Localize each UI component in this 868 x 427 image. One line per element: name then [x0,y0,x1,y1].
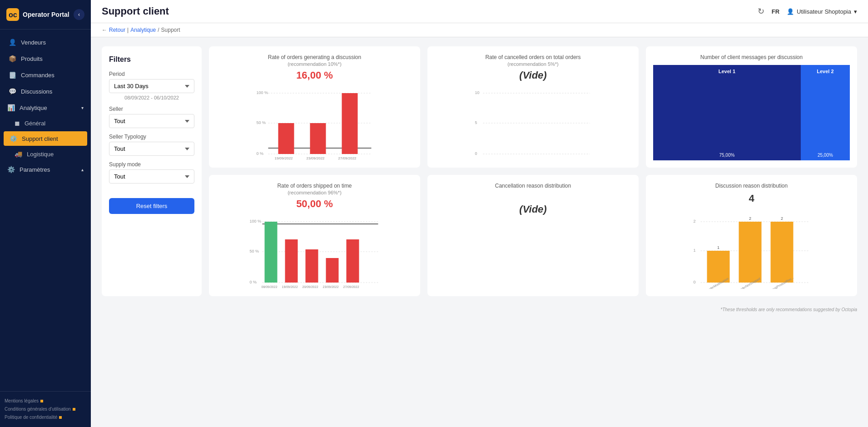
chart2-svg-wrap: 10 5 0 [435,88,631,160]
chart5-title: Cancellation reason distribution [435,182,631,190]
svg-rect-48 [771,222,794,283]
topbar-right: ↻ FR 👤 Utilisateur Shoptopia ▾ [758,6,857,16]
svg-text:08/09/2022: 08/09/2022 [262,285,278,288]
svg-text:0 %: 0 % [250,280,257,284]
main-content: Support client ↻ FR 👤 Utilisateur Shopto… [91,0,868,427]
sidebar-item-commandes[interactable]: 🗒️ Commandes [0,67,91,83]
footer-politique-link[interactable]: Politique de confidentialité [5,415,57,420]
general-icon: ◼ [15,119,20,127]
chart2-subtitle: (recommendation 5%*) [435,61,631,67]
chart-discussion-reason: Discussion reason distribution 4 2 1 0 1 [646,175,857,296]
sidebar: oc Operator Portal ‹ 👤 Vendeurs 📦 Produi… [0,0,91,427]
chart4-title: Rate of orders shipped on time [216,182,413,190]
chart6-svg: 2 1 0 1 2 2 [653,216,850,289]
truck-icon: 🚚 [15,150,22,158]
footnote: *These thresholds are only recommendatio… [209,307,857,312]
chart6-title: Discussion reason distribution [653,182,850,190]
chevron-analytique-icon: ▾ [81,105,84,110]
svg-text:27/09/2022: 27/09/2022 [343,285,359,288]
sidebar-item-vendeurs[interactable]: 👤 Vendeurs [0,34,91,50]
user-name: Utilisateur Shoptopia [797,8,851,15]
breadcrumb-analytique-link[interactable]: Analytique [130,27,156,33]
svg-text:2: 2 [781,216,783,221]
filter-panel: Filters Period Last 30 Days Last 7 Days … [102,46,202,296]
sidebar-item-parametres[interactable]: ⚙️ Paramètres ▴ [0,161,91,178]
svg-text:27/09/2022: 27/09/2022 [338,156,357,160]
sidebar-item-logistique[interactable]: 🚚 Logistique [0,147,91,161]
chart-shipped-on-time: Rate of orders shipped on time (recommen… [209,175,420,296]
svg-rect-46 [739,222,762,283]
breadcrumb-current: Support [161,27,180,33]
sidebar-label-analytique: Analytique [20,104,47,111]
orders-icon: 🗒️ [9,71,16,79]
chart-cancellation-reason: Cancellation reason distribution (Vide) [427,175,639,296]
language-selector[interactable]: FR [772,8,779,15]
supply-mode-select[interactable]: Tout [109,169,194,184]
dashboard-grid: Filters Period Last 30 Days Last 7 Days … [102,46,857,312]
svg-text:0 %: 0 % [257,151,264,156]
breadcrumb-back-link[interactable]: Retour [109,27,125,33]
sidebar-item-discussions[interactable]: 💬 Discussions [0,83,91,99]
chart3-level2-bar: Level 2 25,00% [801,65,850,160]
date-range: 08/09/2022 - 06/10/2022 [109,95,194,100]
svg-text:0: 0 [475,151,477,156]
sidebar-toggle-button[interactable]: ‹ [74,9,84,20]
svg-text:20/09/2022: 20/09/2022 [303,285,318,288]
reset-filters-button[interactable]: Reset filters [109,198,194,214]
breadcrumb-slash: / [158,27,159,33]
chart4-svg: 100 % 50 % 0 % [216,216,413,289]
period-select[interactable]: Last 30 Days Last 7 Days Last 90 Days Cu… [109,79,194,93]
sidebar-logo-text: Operator Portal [23,11,69,18]
period-label: Period [109,71,194,77]
svg-text:100 %: 100 % [257,90,268,95]
svg-rect-10 [310,123,326,154]
chart5-value: (Vide) [435,204,631,215]
sidebar-item-general[interactable]: ◼ Général [0,116,91,130]
footer-mentions-link[interactable]: Mentions légales [5,398,39,403]
sidebar-item-analytique[interactable]: 📊 Analytique ▾ [0,99,91,116]
seller-label: Seller [109,106,194,112]
sidebar-header: oc Operator Portal ‹ [0,0,91,30]
svg-text:50 %: 50 % [250,249,259,253]
chart1-svg-wrap: 100 % 50 % 0 % [216,88,413,160]
chart1-subtitle: (recommendation 10%*) [216,61,413,67]
sidebar-label-commandes: Commandes [21,72,55,79]
analytics-icon: 📊 [7,104,15,111]
svg-text:0: 0 [694,280,696,284]
svg-text:1: 1 [694,248,696,253]
chart1-value: 16,00 % [216,70,413,81]
sidebar-footer: Mentions légales Conditions générales d'… [0,391,91,427]
sidebar-nav: 👤 Vendeurs 📦 Produits 🗒️ Commandes 💬 Dis… [0,30,91,391]
svg-text:10: 10 [475,90,480,95]
sidebar-item-produits[interactable]: 📦 Produits [0,50,91,67]
refresh-button[interactable]: ↻ [758,6,764,16]
chart4-svg-wrap: 100 % 50 % 0 % [216,216,413,289]
chart3-title: Number of client messages per discussion [653,54,850,61]
svg-text:19/09/2022: 19/09/2022 [275,156,293,160]
seller-select[interactable]: Tout [109,114,194,128]
svg-text:2: 2 [694,219,696,223]
page-title: Support client [102,5,169,17]
svg-text:1: 1 [717,245,719,250]
content-area: Filters Period Last 30 Days Last 7 Days … [91,37,868,427]
footer-dot-3 [59,416,62,419]
footer-conditions-link[interactable]: Conditions générales d'utilisation [5,407,71,412]
topbar: Support client ↻ FR 👤 Utilisateur Shopto… [91,0,868,23]
sidebar-item-support-client[interactable]: ⚙️ Support client [4,131,87,146]
chart2-value: (Vide) [435,70,631,81]
chart1-svg: 100 % 50 % 0 % [216,88,413,160]
chart1-title: Rate of orders generating a discussion [216,54,413,61]
user-menu[interactable]: 👤 Utilisateur Shoptopia ▾ [787,8,857,15]
sidebar-label-general: Général [25,120,45,127]
seller-typology-select[interactable]: Tout [109,142,194,156]
chart4-value: 50,00 % [216,198,413,210]
support-icon: ⚙️ [10,135,17,142]
supply-mode-label: Supply mode [109,161,194,168]
svg-text:19/09/2022: 19/09/2022 [282,285,298,288]
svg-text:oc: oc [9,11,17,19]
sidebar-label-logistique: Logistique [27,151,54,158]
back-arrow-icon: ← [102,27,107,33]
breadcrumb: ← Retour | Analytique / Support [91,23,868,37]
svg-rect-30 [306,249,318,283]
settings-icon: ⚙️ [7,166,15,173]
